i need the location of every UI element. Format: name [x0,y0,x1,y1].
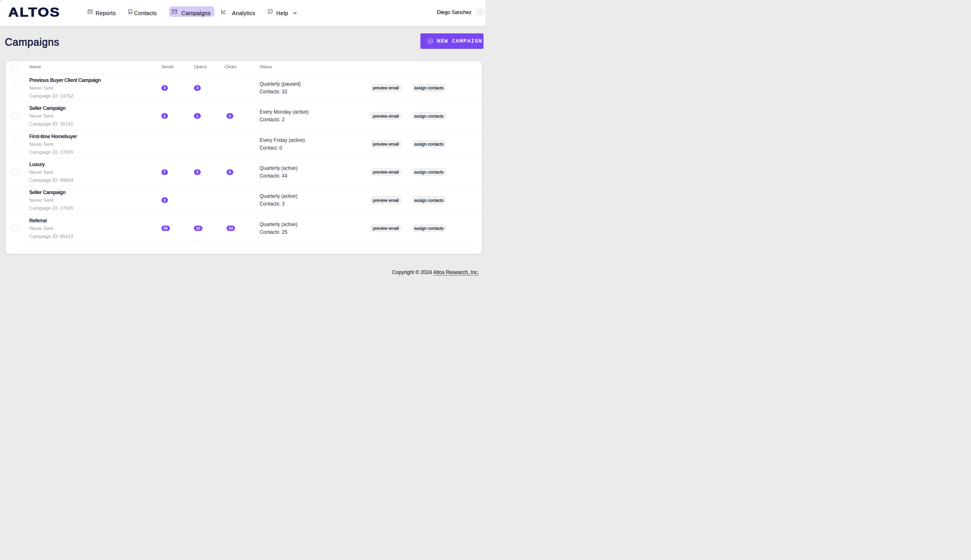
svg-text:?: ? [269,9,271,13]
